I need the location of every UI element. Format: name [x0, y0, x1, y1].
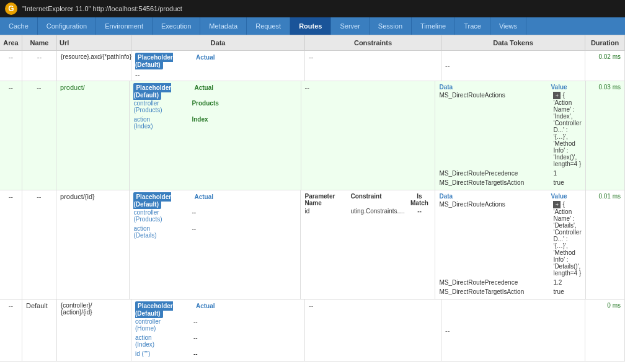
col-constraints: Constraints — [305, 35, 441, 50]
nav-tab-environment[interactable]: Environment — [96, 17, 153, 35]
row1-area: -- — [0, 51, 22, 81]
nav-tab-metadata[interactable]: Metadata — [200, 17, 247, 35]
row4-url: {controller}/{action}/{id} — [57, 300, 131, 361]
nav-tab-configuration[interactable]: Configuration — [38, 17, 96, 35]
row2-datatokens: Data Value MS_DirectRouteActions +{ 'Act… — [435, 81, 585, 190]
routes-table: -- -- {resource}.axd/{*pathInfo} Placeho… — [0, 51, 625, 364]
col-duration: Duration — [585, 35, 625, 50]
row4-constraints: -- — [305, 300, 441, 361]
row1-url: {resource}.axd/{*pathInfo} — [57, 51, 131, 81]
row1-datatokens: -- — [441, 51, 585, 81]
row2-name: -- — [22, 81, 56, 190]
table-row: -- -- product/{id} Placeholder(Default) … — [0, 190, 625, 300]
nav-tab-request[interactable]: Request — [247, 17, 290, 35]
nav-tab-trace[interactable]: Trace — [455, 17, 490, 35]
app-logo: G — [5, 2, 17, 15]
row3-area: -- — [0, 190, 22, 299]
row4-area: -- — [0, 300, 22, 361]
row3-duration: 0.01 ms — [586, 190, 625, 299]
row2-url: product/ — [56, 81, 130, 190]
row2-constraints: -- — [301, 81, 436, 190]
titlebar-text: "InternetExplorer 11.0" http://localhost… — [22, 5, 182, 12]
row3-data: Placeholder(Default) Actual controller(P… — [130, 190, 301, 299]
col-data: Data — [131, 35, 305, 50]
nav-tab-server[interactable]: Server — [331, 17, 369, 35]
column-headers: Area Name Url Data Constraints Data Toke… — [0, 35, 625, 51]
row3-datatokens: Data Value MS_DirectRouteActions +{ 'Act… — [435, 190, 585, 299]
row1-data: Placeholder(Default) Actual -- — [131, 51, 305, 81]
nav-tab-execution[interactable]: Execution — [153, 17, 200, 35]
expand-button[interactable]: + — [553, 201, 561, 208]
nav-tab-routes[interactable]: Routes — [290, 17, 331, 35]
logo-letter: G — [8, 4, 14, 13]
table-row: -- -- product/ Placeholder(Default) Actu… — [0, 81, 625, 190]
table-row: -- Default {controller}/{action}/{id} Pl… — [0, 300, 625, 362]
row4-data: Placeholder(Default) Actual controller(H… — [131, 300, 305, 361]
row2-duration: 0.03 ms — [586, 81, 625, 190]
nav-tab-timeline[interactable]: Timeline — [412, 17, 455, 35]
nav-tab-views[interactable]: Views — [490, 17, 526, 35]
nav-tab-cache[interactable]: Cache — [0, 17, 38, 35]
titlebar: G "InternetExplorer 11.0" http://localho… — [0, 0, 625, 17]
nav-tab-session[interactable]: Session — [370, 17, 412, 35]
row4-duration: 0 ms — [585, 300, 625, 361]
row3-url: product/{id} — [56, 190, 130, 299]
row3-constraints: ParameterName Constraint IsMatch id utin… — [301, 190, 435, 299]
row4-datatokens: -- — [441, 300, 585, 361]
row4-name: Default — [22, 300, 57, 361]
row2-area: -- — [0, 81, 22, 190]
col-area: Area — [0, 35, 22, 50]
col-name: Name — [22, 35, 57, 50]
col-url: Url — [57, 35, 131, 50]
expand-button[interactable]: + — [553, 92, 561, 99]
row1-name: -- — [22, 51, 57, 81]
row3-name: -- — [22, 190, 56, 299]
row1-constraints: -- — [305, 51, 441, 81]
col-datatokens: Data Tokens — [441, 35, 585, 50]
nav-tabs: CacheConfigurationEnvironmentExecutionMe… — [0, 17, 625, 35]
row1-duration: 0.02 ms — [585, 51, 625, 81]
row2-data: Placeholder(Default) Actual controller(P… — [130, 81, 301, 190]
table-row: -- -- {resource}.axd/{*pathInfo} Placeho… — [0, 51, 625, 81]
